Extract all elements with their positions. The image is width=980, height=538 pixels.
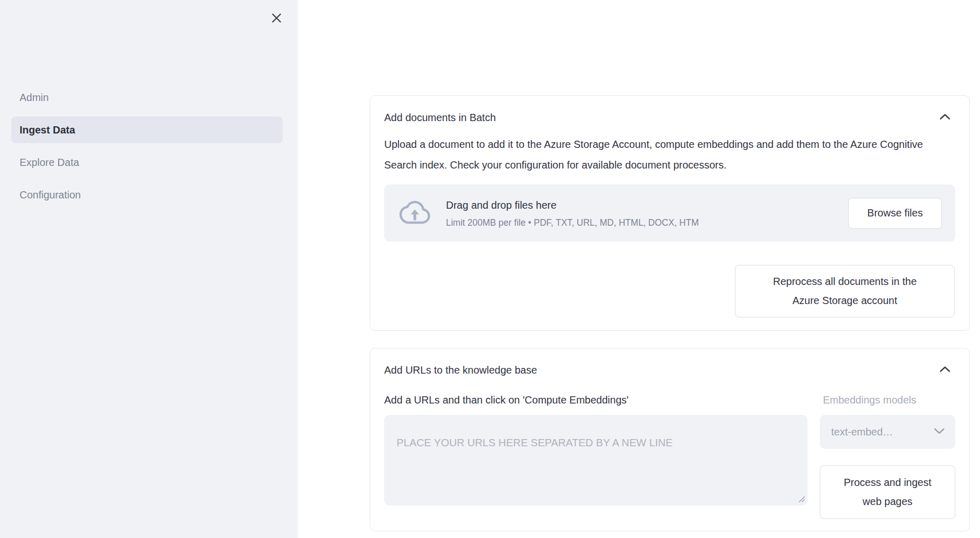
browse-files-button[interactable]: Browse files: [848, 198, 942, 229]
dropzone-hint: Limit 200MB per file • PDF, TXT, URL, MD…: [446, 216, 699, 229]
sidebar-item-configuration[interactable]: Configuration: [11, 181, 283, 208]
reprocess-row: Reprocess all documents in the Azure Sto…: [384, 265, 955, 317]
sidebar-nav: Admin Ingest Data Explore Data Configura…: [11, 84, 283, 214]
urls-textarea[interactable]: [384, 415, 807, 506]
chevron-up-icon[interactable]: [939, 113, 951, 122]
sidebar-item-admin[interactable]: Admin: [11, 84, 283, 111]
process-ingest-webpages-button[interactable]: Process and ingest web pages: [820, 465, 955, 519]
sidebar: Admin Ingest Data Explore Data Configura…: [0, 0, 298, 538]
batch-description: Upload a document to add it to the Azure…: [384, 134, 938, 175]
urls-right-column: Embeddings models text-embed… Process an…: [820, 393, 955, 519]
embeddings-model-select[interactable]: text-embed…: [820, 415, 955, 449]
reprocess-documents-button[interactable]: Reprocess all documents in the Azure Sto…: [735, 265, 955, 317]
urls-textarea-wrap: [384, 415, 807, 506]
urls-expander-header[interactable]: Add URLs to the knowledge base: [370, 348, 969, 377]
cloud-upload-icon: [399, 199, 432, 228]
resize-handle[interactable]: [797, 494, 806, 503]
sidebar-item-label: Admin: [20, 92, 49, 104]
sidebar-item-explore-data[interactable]: Explore Data: [11, 149, 283, 176]
sidebar-item-label: Ingest Data: [20, 124, 75, 136]
urls-card-title: Add URLs to the knowledge base: [384, 363, 537, 377]
urls-left-column: Add a URLs and than click on 'Compute Em…: [384, 393, 807, 519]
chevron-up-icon[interactable]: [939, 365, 951, 375]
chevron-down-icon[interactable]: [934, 427, 945, 436]
batch-card-title: Add documents in Batch: [384, 110, 496, 125]
urls-instruction-label: Add a URLs and than click on 'Compute Em…: [384, 393, 807, 407]
add-urls-card: Add URLs to the knowledge base Add a URL…: [370, 348, 970, 531]
close-sidebar-button[interactable]: [269, 11, 284, 26]
sidebar-item-ingest-data[interactable]: Ingest Data: [11, 116, 283, 143]
embeddings-model-value: text-embed…: [831, 426, 893, 438]
x-icon: [270, 12, 283, 26]
file-dropzone[interactable]: Drag and drop files here Limit 200MB per…: [384, 184, 955, 242]
batch-documents-card: Add documents in Batch Upload a document…: [370, 95, 970, 331]
sidebar-item-label: Configuration: [20, 189, 81, 201]
batch-expander-header[interactable]: Add documents in Batch: [370, 96, 969, 125]
dropzone-text: Drag and drop files here Limit 200MB per…: [446, 198, 699, 229]
dropzone-title: Drag and drop files here: [446, 198, 699, 212]
urls-body: Add a URLs and than click on 'Compute Em…: [384, 393, 955, 519]
embeddings-models-label: Embeddings models: [823, 393, 955, 407]
sidebar-item-label: Explore Data: [20, 157, 79, 169]
